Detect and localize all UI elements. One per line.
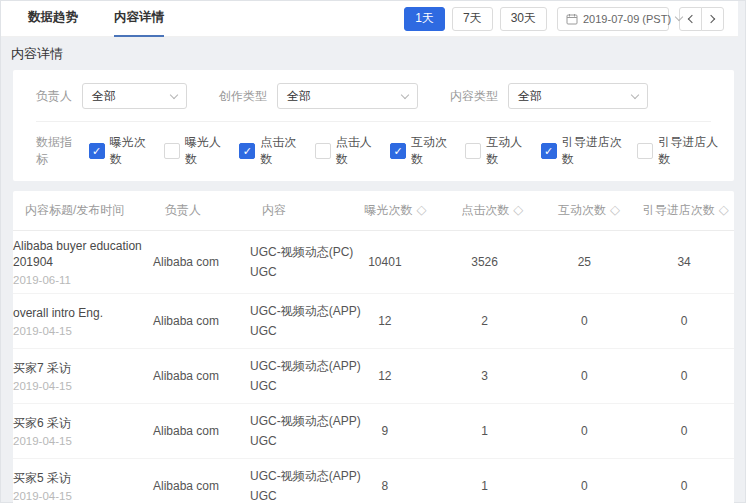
- column-header-label: 点击次数: [461, 203, 509, 217]
- table-row: Alibaba buyer education 201904 2019-06-1…: [13, 231, 734, 294]
- exposure-value: 9: [335, 424, 435, 438]
- checkbox-icon: ✓: [89, 143, 105, 159]
- checkbox-icon: ✓: [239, 143, 255, 159]
- content-type: UGC-视频动态(PC): [250, 242, 335, 262]
- content-subtype: UGC: [250, 262, 335, 282]
- store-visits-value: 0: [634, 369, 734, 383]
- filters-card: 负责人 全部 创作类型 全部 内容类型 全部 数据指标 ✓ 曝光次数: [13, 70, 734, 181]
- publish-date: 2019-04-15: [13, 380, 143, 392]
- exposure-value: 12: [335, 369, 435, 383]
- content-cell: UGC-视频动态(APP) UGC: [250, 356, 335, 396]
- chevron-left-icon: [688, 14, 696, 22]
- interactions-value: 0: [535, 479, 635, 493]
- column-header-owner: 负责人: [165, 202, 262, 219]
- content-title: 买家5 采访: [13, 470, 143, 486]
- column-header-label: 曝光次数: [364, 203, 412, 217]
- content-type: UGC-视频动态(APP): [250, 466, 335, 486]
- range-button-30day[interactable]: 30天: [500, 7, 547, 31]
- store-visits-value: 34: [634, 255, 734, 269]
- table-row: 买家6 采访 2019-04-15 Alibaba com UGC-视频动态(A…: [13, 404, 734, 459]
- publish-date: 2019-06-11: [13, 274, 143, 286]
- publish-date: 2019-04-15: [13, 435, 143, 447]
- metric-checkbox-click-users[interactable]: ✓ 点击人数: [315, 134, 376, 168]
- interactions-value: 0: [535, 424, 635, 438]
- column-header-label: 引导进店次数: [643, 203, 715, 217]
- clicks-value: 3526: [435, 255, 535, 269]
- checkbox-icon: ✓: [541, 143, 557, 159]
- tab-content-details[interactable]: 内容详情: [114, 1, 164, 37]
- check-icon: ✓: [92, 146, 101, 157]
- interactions-value: 0: [535, 314, 635, 328]
- content-cell: UGC-视频动态(APP) UGC: [250, 466, 335, 503]
- filter-label-creation-type: 创作类型: [219, 88, 267, 105]
- metric-label: 点击次数: [260, 134, 300, 168]
- clicks-value: 1: [435, 479, 535, 493]
- metric-label: 点击人数: [336, 134, 376, 168]
- content-type: UGC-视频动态(APP): [250, 411, 335, 431]
- content-type-select[interactable]: 全部: [508, 83, 648, 109]
- content-subtype: UGC: [250, 431, 335, 451]
- date-picker[interactable]: 2019-07-09 (PST): [557, 7, 669, 31]
- content-type: UGC-视频动态(APP): [250, 356, 335, 376]
- content-title: 买家6 采访: [13, 415, 143, 431]
- content-subtype: UGC: [250, 376, 335, 396]
- column-header-clicks[interactable]: 点击次数◇: [444, 202, 541, 219]
- metric-checkbox-store-visit-count[interactable]: ✓ 引导进店次数: [541, 134, 624, 168]
- content-type: UGC-视频动态(APP): [250, 301, 335, 321]
- range-button-7day[interactable]: 7天: [452, 7, 493, 31]
- column-header-content: 内容: [262, 202, 347, 219]
- metric-label: 互动次数: [411, 134, 451, 168]
- column-header-interactions[interactable]: 互动次数◇: [541, 202, 638, 219]
- sort-icon[interactable]: ◇: [719, 202, 729, 217]
- table-row: 买家7 采访 2019-04-15 Alibaba com UGC-视频动态(A…: [13, 349, 734, 404]
- tab-data-trends[interactable]: 数据趋势: [28, 1, 78, 37]
- prev-day-button[interactable]: [679, 7, 702, 31]
- checkbox-icon: ✓: [390, 143, 406, 159]
- content-type-select-value: 全部: [518, 88, 542, 105]
- exposure-value: 12: [335, 314, 435, 328]
- sort-icon[interactable]: ◇: [513, 202, 523, 217]
- metric-checkbox-exposure-count[interactable]: ✓ 曝光次数: [89, 134, 150, 168]
- check-icon: ✓: [243, 146, 252, 157]
- checkbox-icon: ✓: [315, 143, 331, 159]
- owner-select[interactable]: 全部: [82, 83, 187, 109]
- metrics-label: 数据指标: [36, 134, 79, 168]
- title-cell: Alibaba buyer education 201904 2019-06-1…: [13, 238, 153, 286]
- owner-cell: Alibaba com: [153, 424, 250, 438]
- chevron-down-icon: [401, 90, 409, 98]
- sort-icon[interactable]: ◇: [610, 202, 620, 217]
- creation-type-select[interactable]: 全部: [277, 83, 418, 109]
- range-button-1day[interactable]: 1天: [404, 7, 445, 31]
- metric-label: 曝光次数: [110, 134, 150, 168]
- title-cell: 买家5 采访 2019-04-15: [13, 470, 153, 502]
- metric-checkbox-interaction-users[interactable]: ✓ 互动人数: [465, 134, 526, 168]
- clicks-value: 1: [435, 424, 535, 438]
- metric-checkbox-store-visit-users[interactable]: ✓ 引导进店人数: [637, 134, 720, 168]
- store-visits-value: 0: [634, 314, 734, 328]
- owner-cell: Alibaba com: [153, 255, 250, 269]
- metric-checkbox-interaction-count[interactable]: ✓ 互动次数: [390, 134, 451, 168]
- interactions-value: 25: [535, 255, 635, 269]
- content-table: 内容标题/发布时间 负责人 内容 曝光次数◇ 点击次数◇ 互动次数◇ 引导进店次…: [13, 191, 734, 503]
- content-title: Alibaba buyer education 201904: [13, 238, 143, 270]
- metric-checkbox-exposure-users[interactable]: ✓ 曝光人数: [164, 134, 225, 168]
- content-title: overall intro Eng.: [13, 305, 143, 321]
- metric-label: 引导进店次数: [562, 134, 624, 168]
- creation-type-select-value: 全部: [287, 88, 311, 105]
- interactions-value: 0: [535, 369, 635, 383]
- filter-label-owner: 负责人: [36, 88, 72, 105]
- column-header-exposure[interactable]: 曝光次数◇: [347, 202, 444, 219]
- sort-icon[interactable]: ◇: [416, 202, 426, 217]
- filters-divider: [36, 121, 711, 122]
- date-pager: [679, 7, 724, 31]
- column-header-label: 互动次数: [558, 203, 606, 217]
- column-header-store-visits[interactable]: 引导进店次数◇: [637, 202, 734, 219]
- check-icon: ✓: [544, 146, 553, 157]
- content-cell: UGC-视频动态(PC) UGC: [250, 242, 335, 282]
- content-title: 买家7 采访: [13, 360, 143, 376]
- filter-label-content-type: 内容类型: [450, 88, 498, 105]
- check-icon: ✓: [393, 146, 402, 157]
- next-day-button[interactable]: [701, 7, 724, 31]
- checkbox-icon: ✓: [637, 143, 653, 159]
- metric-checkbox-click-count[interactable]: ✓ 点击次数: [239, 134, 300, 168]
